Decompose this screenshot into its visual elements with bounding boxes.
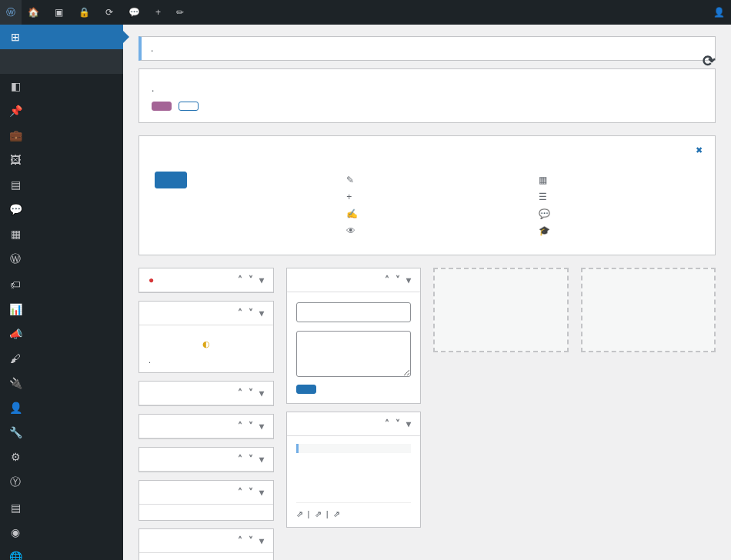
add-page-link[interactable]: + (346, 188, 507, 205)
add-post-link[interactable]: ✍ (346, 205, 507, 222)
woo-update-btn[interactable] (152, 102, 172, 111)
product-icon: 🏷 (9, 278, 22, 291)
woo-reviews-box: ˄˅▾ (139, 480, 274, 521)
php-update-box: ●˄˅▾ (139, 268, 274, 293)
toggle-icon[interactable]: ▾ (259, 275, 264, 285)
quick-news-box: ˄˅▾ (139, 381, 274, 406)
woo-icon: Ⓦ (9, 252, 22, 266)
media-icon: 🖾 (9, 154, 22, 166)
dashboard-icon: ⊞ (9, 31, 22, 43)
menu-updates[interactable] (0, 62, 123, 74)
yoast-box: ˄˅▾ (139, 447, 274, 472)
site-health-box: ˄˅▾ ◐ . (139, 301, 274, 373)
wp-rocket[interactable]: ✏ (170, 0, 209, 25)
menu-flatsome[interactable]: ◧ (0, 74, 123, 98)
menu-pages[interactable]: ▤ (0, 172, 123, 197)
flatsome-icon: ◧ (9, 80, 22, 92)
warning-icon: ● (149, 275, 154, 285)
save-draft-btn[interactable] (296, 385, 316, 394)
analytics-icon: 📊 (9, 303, 22, 315)
menu-appearance[interactable]: 🖌 (0, 346, 123, 371)
welcome-dismiss[interactable]: ✖ (696, 145, 703, 155)
down-icon[interactable]: ˅ (249, 275, 253, 285)
pin-icon: 📌 (9, 105, 22, 117)
dropzone-1[interactable] (433, 268, 569, 352)
gear-icon: ⚙ (9, 451, 22, 463)
welcome-panel: ✖ ✎ + ✍ 👁 ▦ ☰ (139, 135, 716, 255)
menu-marketing[interactable]: 📣 (0, 322, 123, 346)
translate-icon: 🌐 (9, 551, 22, 560)
draft-content-textarea[interactable] (296, 331, 412, 377)
widget-icon: ▦ (539, 175, 547, 185)
spinner-icon: ◐ (202, 339, 210, 348)
sharecode-logo: ⟳ (703, 52, 716, 70)
plus-icon: + (346, 192, 352, 202)
draft-title-input[interactable] (296, 302, 412, 322)
menu-woocommerce[interactable]: Ⓦ (0, 246, 123, 272)
menus-link[interactable]: ☰ (539, 188, 699, 205)
menu-products[interactable]: 🏷 (0, 272, 123, 297)
dropzone-2[interactable] (581, 268, 716, 352)
users-icon: 👤 (9, 402, 22, 414)
woo-learn-btn[interactable] (179, 102, 199, 111)
admin-sidebar: ⊞ ◧ 📌 💼 🖾 ▤ 💬 ▦ Ⓦ 🏷 📊 📣 🖌 🔌 👤 🔧 ⚙ Ⓨ ▤ ◉ … (0, 25, 123, 560)
menu-plugins[interactable]: 🔌 (0, 371, 123, 395)
quick-draft-box: ˄˅▾ (286, 268, 422, 404)
update-notice: . (139, 36, 716, 61)
admin-toolbar: ⓦ 🏠 ▣ 🔒 ⟳ 💬 + ✏ 👤 (0, 0, 731, 25)
comments-count[interactable]: 💬 (122, 0, 149, 25)
menu-dashboard[interactable]: ⊞ (0, 25, 123, 49)
menu-custom-tabs[interactable]: ▤ (0, 495, 123, 520)
menu-posts[interactable]: 📌 (0, 98, 123, 123)
news-item[interactable] (296, 487, 412, 496)
plugin-icon: 🔌 (9, 377, 22, 389)
seo-icon: Ⓨ (9, 475, 22, 489)
widgets-link[interactable]: ▦ (539, 172, 699, 188)
customize-site-btn[interactable] (155, 172, 187, 188)
tools-icon: 🔧 (9, 426, 22, 438)
menu-ux-blocks[interactable]: ▦ (0, 222, 123, 246)
eye-icon: 👁 (346, 225, 355, 236)
news-item[interactable] (296, 478, 412, 487)
menu-home[interactable] (0, 49, 123, 62)
news-item[interactable] (296, 459, 412, 468)
up-icon[interactable]: ˄ (238, 275, 242, 285)
activate-theme[interactable]: 🔒 (72, 0, 99, 25)
menu-settings[interactable]: ⚙ (0, 445, 123, 469)
brush-icon: 🖌 (9, 352, 22, 365)
wp-news-box: ˄˅▾ ⇗ | ⇗ | ⇗ (286, 412, 422, 528)
new-content[interactable]: + (149, 0, 170, 25)
smush-icon: ◉ (9, 526, 22, 538)
portfolio-icon: 💼 (9, 129, 22, 142)
wp-logo[interactable]: ⓦ (0, 0, 22, 25)
news-item[interactable] (296, 468, 412, 478)
menu-icon: ☰ (539, 192, 547, 202)
tabs-icon: ▤ (9, 502, 22, 514)
activity-box: ˄˅▾ (139, 414, 274, 439)
menu-loco[interactable]: 🌐 (0, 545, 123, 560)
woo-status-box: ˄˅▾ 📊 ⌁╱ ⭐ (139, 528, 274, 560)
edit-homepage-link[interactable]: ✎ (346, 172, 507, 188)
updates-count[interactable]: ⟳ (99, 0, 122, 25)
theme-link[interactable]: ▣ (48, 0, 72, 25)
book-icon: 🎓 (539, 225, 550, 236)
menu-analytics[interactable]: 📊 (0, 297, 123, 322)
menu-feedback[interactable]: 💬 (0, 197, 123, 222)
blocks-icon: ▦ (9, 228, 22, 240)
menu-portfolio[interactable]: 💼 (0, 123, 123, 148)
marketing-icon: 📣 (9, 328, 22, 340)
menu-media[interactable]: 🖾 (0, 148, 123, 172)
write-icon: ✍ (346, 208, 358, 219)
menu-tools[interactable]: 🔧 (0, 420, 123, 445)
menu-users[interactable]: 👤 (0, 395, 123, 420)
toggle-icon: 💬 (539, 208, 550, 219)
site-name[interactable]: 🏠 (22, 0, 48, 25)
menu-seo[interactable]: Ⓨ (0, 469, 123, 495)
page-icon: ▤ (9, 178, 22, 191)
learn-more-link[interactable]: 🎓 (539, 222, 699, 239)
woo-db-notice: . (139, 68, 716, 123)
user-greeting[interactable]: 👤 (704, 0, 731, 25)
view-site-link[interactable]: 👁 (346, 222, 507, 239)
comments-toggle-link[interactable]: 💬 (539, 205, 699, 222)
menu-smush[interactable]: ◉ (0, 520, 123, 545)
